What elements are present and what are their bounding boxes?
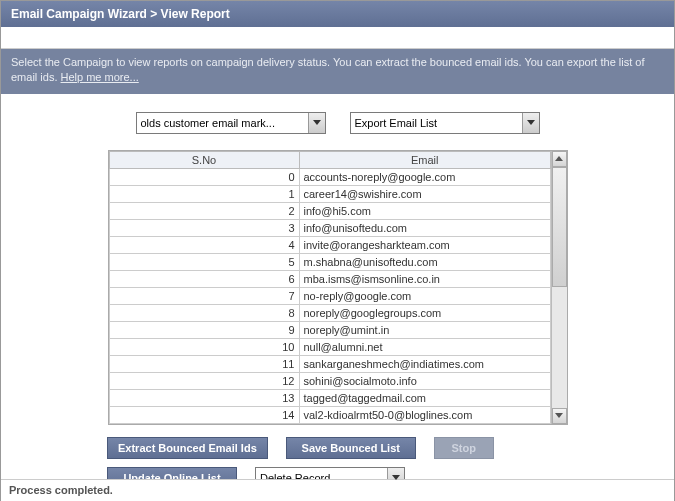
cell-email: m.shabna@unisoftedu.com xyxy=(299,253,551,270)
cell-sno: 13 xyxy=(109,389,299,406)
cell-sno: 0 xyxy=(109,168,299,185)
export-select-wrap: Export Email List xyxy=(350,112,540,134)
cell-email: sankarganeshmech@indiatimes.com xyxy=(299,355,551,372)
cell-email: no-reply@google.com xyxy=(299,287,551,304)
table-row[interactable]: 10null@alumni.net xyxy=(109,338,551,355)
cell-sno: 6 xyxy=(109,270,299,287)
cell-email: info@unisoftedu.com xyxy=(299,219,551,236)
scroll-down-arrow-icon[interactable] xyxy=(552,408,566,424)
table-row[interactable]: 9noreply@umint.in xyxy=(109,321,551,338)
cell-email: null@alumni.net xyxy=(299,338,551,355)
cell-email: tagged@taggedmail.com xyxy=(299,389,551,406)
cell-email: info@hi5.com xyxy=(299,202,551,219)
cell-email: career14@swishire.com xyxy=(299,185,551,202)
col-email: Email xyxy=(299,151,551,168)
table-row[interactable]: 11sankarganeshmech@indiatimes.com xyxy=(109,355,551,372)
extract-bounced-button[interactable]: Extract Bounced Email Ids xyxy=(107,437,268,459)
help-link[interactable]: Help me more... xyxy=(61,71,139,83)
table-body: 0accounts-noreply@google.com1career14@sw… xyxy=(109,168,551,423)
title-bar: Email Campaign Wizard > View Report xyxy=(1,1,674,27)
campaign-select-wrap: olds customer email mark... xyxy=(136,112,326,134)
table-row[interactable]: 0accounts-noreply@google.com xyxy=(109,168,551,185)
cell-email: invite@orangesharkteam.com xyxy=(299,236,551,253)
cell-sno: 3 xyxy=(109,219,299,236)
cell-email: noreply@googlegroups.com xyxy=(299,304,551,321)
table-header-row: S.No Email xyxy=(109,151,551,168)
cell-sno: 8 xyxy=(109,304,299,321)
status-bar: Process completed. xyxy=(1,479,674,500)
cell-sno: 7 xyxy=(109,287,299,304)
toolbar-spacer xyxy=(1,27,674,49)
cell-sno: 2 xyxy=(109,202,299,219)
table-row[interactable]: 6mba.isms@ismsonline.co.in xyxy=(109,270,551,287)
vertical-scrollbar[interactable] xyxy=(551,151,566,424)
scroll-up-arrow-icon[interactable] xyxy=(552,151,566,167)
cell-email: mba.isms@ismsonline.co.in xyxy=(299,270,551,287)
cell-sno: 4 xyxy=(109,236,299,253)
table-row[interactable]: 3info@unisoftedu.com xyxy=(109,219,551,236)
button-row-1: Extract Bounced Email Ids Save Bounced L… xyxy=(107,437,664,459)
cell-sno: 1 xyxy=(109,185,299,202)
table-row[interactable]: 14val2-kdioalrmt50-0@bloglines.com xyxy=(109,406,551,423)
cell-sno: 10 xyxy=(109,338,299,355)
table-row[interactable]: 1career14@swishire.com xyxy=(109,185,551,202)
col-sno: S.No xyxy=(109,151,299,168)
table-row[interactable]: 8noreply@googlegroups.com xyxy=(109,304,551,321)
cell-email: val2-kdioalrmt50-0@bloglines.com xyxy=(299,406,551,423)
email-table: S.No Email 0accounts-noreply@google.com1… xyxy=(109,151,552,424)
cell-sno: 14 xyxy=(109,406,299,423)
table-row[interactable]: 2info@hi5.com xyxy=(109,202,551,219)
cell-sno: 9 xyxy=(109,321,299,338)
scroll-thumb[interactable] xyxy=(552,167,566,287)
save-bounced-button[interactable]: Save Bounced List xyxy=(286,437,416,459)
cell-sno: 12 xyxy=(109,372,299,389)
status-text: Process completed. xyxy=(9,484,113,496)
campaign-select[interactable]: olds customer email mark... xyxy=(136,112,326,134)
table-row[interactable]: 12sohini@socialmoto.info xyxy=(109,372,551,389)
select-row: olds customer email mark... Export Email… xyxy=(11,112,664,134)
cell-sno: 11 xyxy=(109,355,299,372)
stop-button: Stop xyxy=(434,437,494,459)
info-bar: Select the Campaign to view reports on c… xyxy=(1,49,674,94)
app-window: Email Campaign Wizard > View Report Sele… xyxy=(0,0,675,501)
cell-email: sohini@socialmoto.info xyxy=(299,372,551,389)
table-wrap: S.No Email 0accounts-noreply@google.com1… xyxy=(108,150,568,425)
window-title: Email Campaign Wizard > View Report xyxy=(11,7,230,21)
content-area: olds customer email mark... Export Email… xyxy=(1,94,674,501)
export-select[interactable]: Export Email List xyxy=(350,112,540,134)
table-row[interactable]: 5m.shabna@unisoftedu.com xyxy=(109,253,551,270)
cell-email: accounts-noreply@google.com xyxy=(299,168,551,185)
table-row[interactable]: 13tagged@taggedmail.com xyxy=(109,389,551,406)
table-row[interactable]: 4invite@orangesharkteam.com xyxy=(109,236,551,253)
table-row[interactable]: 7no-reply@google.com xyxy=(109,287,551,304)
cell-sno: 5 xyxy=(109,253,299,270)
cell-email: noreply@umint.in xyxy=(299,321,551,338)
